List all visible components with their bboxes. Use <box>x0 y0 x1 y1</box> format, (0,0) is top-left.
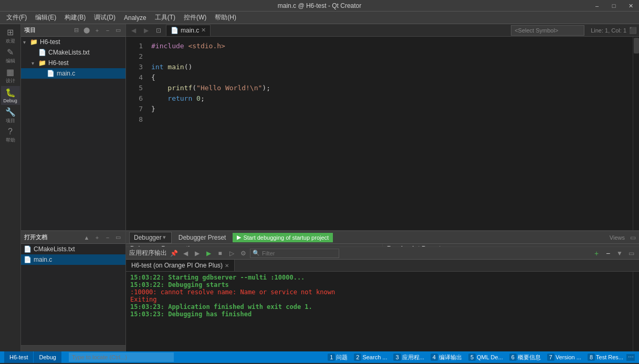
sidebar-item-help[interactable]: ? 帮助 <box>1 126 20 145</box>
output-collapse-button[interactable]: ▼ <box>615 249 624 258</box>
open-file-cmakelists[interactable]: 📄 CMakeLists.txt <box>21 244 125 254</box>
debugger-tab[interactable]: Debugger ▾ <box>129 232 172 243</box>
sidebar-label-debug: Debug <box>3 98 17 103</box>
output-vscrollbar[interactable] <box>633 272 639 351</box>
debugger-dropdown-icon[interactable]: ▾ <box>162 234 167 241</box>
close-button[interactable]: ✕ <box>622 0 639 12</box>
status-item-4[interactable]: 4 编译输出 <box>427 354 465 361</box>
tree-label-cmakelists: CMakeLists.txt <box>48 49 90 56</box>
code-line-7: } <box>151 104 628 114</box>
output-pin-button[interactable]: 📌 <box>169 249 179 258</box>
locate-input[interactable] <box>69 352 174 362</box>
minimize-button[interactable]: – <box>589 0 605 12</box>
start-debug-button[interactable]: ▶ Start debugging of startup project <box>233 233 333 242</box>
menu-edit[interactable]: 编辑(E) <box>31 12 60 24</box>
code-content[interactable]: #include <stdio.h> int main() { printf("… <box>147 37 633 230</box>
editor-vscrollbar-thumb[interactable] <box>634 38 639 53</box>
output-gear-icon[interactable]: ⚙ <box>238 249 248 258</box>
menu-build[interactable]: 构建(B) <box>60 12 90 24</box>
editor-vscrollbar[interactable] <box>633 37 639 230</box>
add-file-icon[interactable]: + <box>93 26 101 35</box>
split-debug-button[interactable]: ▭ <box>630 234 636 241</box>
open-files-panel: 打开文档 ▲ + − ▭ 📄 CMakeLists.txt 📄 main.c <box>21 231 126 351</box>
tree-item-h6test-root[interactable]: ▾ 📁 H6-test <box>21 37 125 47</box>
open-file-mainc[interactable]: 📄 main.c <box>21 254 125 265</box>
status-item-8[interactable]: 8 Test Res... <box>584 354 626 361</box>
menu-help[interactable]: 帮助(H) <box>211 12 240 24</box>
sidebar-item-welcome[interactable]: ⊞ 欢迎 <box>1 26 20 45</box>
tree-item-h6test-child[interactable]: ▾ 📁 H6-test <box>21 58 125 68</box>
output-tab-close[interactable]: ✕ <box>225 263 229 269</box>
menu-file[interactable]: 文件(F) <box>2 12 31 24</box>
open-files-up-icon[interactable]: ▲ <box>82 233 91 242</box>
output-nav-left[interactable]: ◀ <box>181 249 190 258</box>
status-item-5[interactable]: 5 QML De... <box>465 354 506 361</box>
output-filter-input[interactable] <box>260 249 337 258</box>
status-item-2[interactable]: 2 Search ... <box>351 354 390 361</box>
code-line-4: { <box>151 72 628 83</box>
tab-close-button[interactable]: ✕ <box>201 27 206 34</box>
output-nav-right[interactable]: ▶ <box>192 249 202 258</box>
status-num-5: 5 <box>468 354 476 361</box>
maximize-panel-icon[interactable]: ▭ <box>114 26 122 35</box>
status-item-6[interactable]: 6 概要信息 <box>506 354 544 361</box>
output-next-icon[interactable]: ▷ <box>227 249 236 258</box>
status-num-8: 8 <box>588 354 595 361</box>
status-num-6: 6 <box>509 354 517 361</box>
debugger-preset-tab[interactable]: Debugger Preset <box>174 232 231 243</box>
open-files-minus-icon[interactable]: − <box>103 233 112 242</box>
open-file-mainc-label: main.c <box>34 256 52 263</box>
status-item-1[interactable]: 1 问题 <box>324 354 351 361</box>
open-files-max-icon[interactable]: ▭ <box>114 233 122 242</box>
editor-tab-mainc[interactable]: 📄 main.c ✕ <box>166 25 211 36</box>
code-line-8 <box>151 114 628 125</box>
help-icon: ? <box>8 127 13 136</box>
output-maximize-button[interactable]: ▭ <box>626 249 636 258</box>
sidebar-item-edit[interactable]: ✎ 编辑 <box>1 46 20 65</box>
line-numbers: 1 2 3 4 5 6 7 8 <box>126 37 147 230</box>
link-icon[interactable]: ⬤ <box>82 26 91 35</box>
sidebar-label-project: 项目 <box>6 117 15 124</box>
sidebar-item-project[interactable]: 🔧 项目 <box>1 106 20 125</box>
nav-back-button[interactable]: ◀ <box>128 25 139 36</box>
collapse-icon[interactable]: − <box>103 26 112 35</box>
nav-home-button[interactable]: ⊡ <box>153 25 164 36</box>
open-files-scrollbar[interactable] <box>21 345 125 351</box>
output-add-button[interactable]: + <box>592 249 601 258</box>
menu-debug[interactable]: 调试(D) <box>90 12 120 24</box>
status-end-buttons[interactable]: ⋯ <box>626 354 635 361</box>
folder-icon-h6test: 📁 <box>38 59 46 67</box>
status-item-7[interactable]: 7 Version ... <box>544 354 584 361</box>
debugger-tab-label: Debugger <box>134 234 162 241</box>
output-minus-button[interactable]: − <box>603 249 613 258</box>
menu-analyze[interactable]: Analyze <box>120 12 151 24</box>
symbol-selector[interactable]: <Select Symbol> <box>511 25 584 36</box>
output-run-icon[interactable]: ▶ <box>204 249 213 258</box>
tree-arrow-root: ▾ <box>23 39 29 45</box>
sidebar-item-design[interactable]: ▦ 设计 <box>1 66 20 85</box>
output-line-6: 15:03:23: Debugging has finished <box>130 311 628 318</box>
code-line-6: return 0; <box>151 93 628 104</box>
split-editor-button[interactable]: ⬛ <box>628 26 637 35</box>
output-tab-label: H6-test (on Orange PI One Plus) <box>131 262 223 269</box>
welcome-icon: ⊞ <box>7 27 14 37</box>
open-files-add-icon[interactable]: + <box>93 233 101 242</box>
status-debug-mode[interactable]: Debug <box>34 351 61 363</box>
views-button[interactable]: Views <box>606 234 628 241</box>
output-stop-icon[interactable]: ■ <box>215 249 225 258</box>
output-section: 应用程序输出 📌 ◀ ▶ ▶ ■ ▷ ⚙ 🔍 + − <box>126 247 639 351</box>
nav-forward-button[interactable]: ▶ <box>141 25 151 36</box>
status-project[interactable]: H6-test <box>4 351 33 363</box>
tree-item-mainc[interactable]: 📄 main.c <box>21 68 125 79</box>
status-item-3[interactable]: 3 应用程... <box>390 354 427 361</box>
output-tab-h6test[interactable]: H6-test (on Orange PI One Plus) ✕ <box>126 260 235 271</box>
status-label-4: 编译输出 <box>439 354 462 361</box>
menu-tools[interactable]: 工具(T) <box>151 12 180 24</box>
left-sidebar: ⊞ 欢迎 ✎ 编辑 ▦ 设计 🐛 Debug 🔧 项目 ? 帮助 <box>0 24 21 351</box>
sidebar-item-debug[interactable]: 🐛 Debug <box>1 86 20 105</box>
titlebar-title: main.c @ H6-test - Qt Creator <box>278 2 362 9</box>
menu-widgets[interactable]: 控件(W) <box>180 12 211 24</box>
tree-item-cmakelists[interactable]: 📄 CMakeLists.txt <box>21 47 125 58</box>
maximize-button[interactable]: □ <box>605 0 622 12</box>
filter-icon[interactable]: ⊟ <box>72 26 80 35</box>
